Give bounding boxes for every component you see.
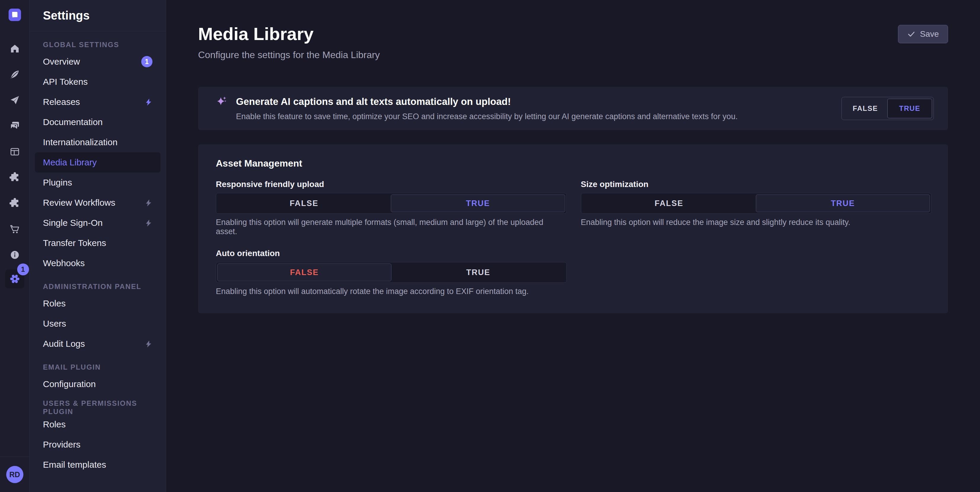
sidebar-item-label: Users — [43, 319, 66, 329]
media-library-images-icon[interactable] — [0, 113, 29, 139]
extensions-puzzle-icon[interactable] — [0, 190, 29, 216]
ai-captions-toggle-true[interactable]: TRUE — [887, 99, 932, 118]
sidebar-item-overview[interactable]: Overview 1 — [35, 51, 161, 72]
sidebar-item-media-library[interactable]: Media Library — [35, 152, 161, 173]
sidebar-item-api-tokens[interactable]: API Tokens — [35, 72, 161, 92]
field-hint: Enabling this option will generate multi… — [216, 218, 567, 236]
sidebar-item-single-sign-on[interactable]: Single Sign-On — [35, 213, 161, 233]
lightning-icon — [145, 199, 153, 207]
section-heading: ADMINISTRATION PANEL — [30, 280, 166, 294]
sidebar-item-label: Media Library — [43, 157, 97, 168]
sidebar-item-label: Plugins — [43, 177, 72, 188]
banner-description: Enable this feature to save time, optimi… — [236, 112, 738, 121]
field-label: Responsive friendly upload — [216, 180, 567, 189]
responsive-upload-toggle: FALSE TRUE — [216, 193, 567, 214]
sidebar-item-label: Providers — [43, 439, 81, 450]
section-heading: GLOBAL SETTINGS — [30, 38, 166, 51]
banner-title: Generate AI captions and alt texts autom… — [236, 96, 738, 107]
sidebar-item-providers[interactable]: Providers — [35, 434, 161, 455]
save-button[interactable]: Save — [898, 25, 948, 43]
sidebar-item-label: Configuration — [43, 379, 95, 389]
lightning-icon — [145, 219, 153, 227]
responsive-upload-toggle-true[interactable]: TRUE — [391, 195, 565, 212]
sidebar-item-label: Releases — [43, 97, 80, 107]
gear-icon — [10, 273, 20, 284]
size-optimization-toggle: FALSE TRUE — [581, 193, 932, 214]
sidebar-item-webhooks[interactable]: Webhooks — [35, 253, 161, 273]
sidebar-item-email-templates[interactable]: Email templates — [35, 455, 161, 475]
nav-rail: 1 RD — [0, 0, 30, 492]
sidebar-item-admin-users[interactable]: Users — [35, 313, 161, 334]
lightning-icon — [145, 98, 153, 106]
app-window: 1 RD Settings GLOBAL SETTINGS Overview 1… — [0, 0, 980, 492]
section-heading: EMAIL PLUGIN — [30, 360, 166, 374]
auto-orientation-toggle-false[interactable]: FALSE — [217, 264, 391, 281]
sidebar-item-review-workflows[interactable]: Review Workflows — [35, 193, 161, 213]
section-heading: USERS & PERMISSIONS PLUGIN — [30, 401, 166, 414]
sidebar-item-label: Documentation — [43, 117, 103, 127]
save-button-label: Save — [920, 29, 939, 39]
page-header-text: Media Library Configure the settings for… — [198, 24, 380, 61]
notification-badge: 1 — [141, 56, 153, 67]
sidebar-title: Settings — [30, 0, 166, 32]
home-icon[interactable] — [0, 35, 29, 61]
ai-captions-toggle: FALSE TRUE — [842, 97, 934, 120]
sidebar-item-internationalization[interactable]: Internationalization — [35, 132, 161, 152]
section-global-settings: GLOBAL SETTINGS Overview 1 API Tokens Re… — [30, 38, 166, 273]
sidebar-item-label: Roles — [43, 419, 66, 430]
sidebar-item-plugins[interactable]: Plugins — [35, 173, 161, 193]
banner-text: Generate AI captions and alt texts autom… — [236, 96, 738, 121]
sidebar-item-label: API Tokens — [43, 77, 88, 87]
sidebar-item-label: Email templates — [43, 460, 106, 470]
sidebar-item-label: Audit Logs — [43, 339, 85, 349]
content-manager-feather-icon[interactable] — [0, 61, 29, 87]
sidebar-item-label: Overview — [43, 57, 80, 67]
field-size-optimization: Size optimization FALSE TRUE Enabling th… — [581, 180, 932, 236]
size-optimization-toggle-false[interactable]: FALSE — [582, 195, 756, 212]
marketplace-cart-icon[interactable] — [0, 216, 29, 242]
auto-orientation-toggle-true[interactable]: TRUE — [391, 264, 565, 281]
field-hint: Enabling this option will reduce the ima… — [581, 218, 932, 227]
sidebar-item-label: Roles — [43, 299, 66, 308]
page-header: Media Library Configure the settings for… — [198, 24, 948, 61]
releases-send-icon[interactable] — [0, 87, 29, 113]
settings-sidebar: Settings GLOBAL SETTINGS Overview 1 API … — [30, 0, 166, 492]
auto-orientation-toggle: FALSE TRUE — [216, 262, 567, 283]
sidebar-item-label: Review Workflows — [43, 198, 116, 208]
sidebar-item-label: Transfer Tokens — [43, 238, 106, 248]
strapi-logo-icon[interactable] — [9, 9, 21, 21]
page-subtitle: Configure the settings for the Media Lib… — [198, 50, 380, 61]
sidebar-item-transfer-tokens[interactable]: Transfer Tokens — [35, 233, 161, 253]
sidebar-item-label: Internationalization — [43, 137, 118, 147]
sidebar-item-releases[interactable]: Releases — [35, 92, 161, 112]
sidebar-item-label: Single Sign-On — [43, 218, 103, 228]
field-responsive-friendly-upload: Responsive friendly upload FALSE TRUE En… — [216, 180, 567, 236]
section-users-permissions-plugin: USERS & PERMISSIONS PLUGIN Roles Provide… — [30, 401, 166, 475]
sidebar-item-documentation[interactable]: Documentation — [35, 112, 161, 132]
asset-management-card: Asset Management Responsive friendly upl… — [198, 144, 948, 313]
rail-icon-list — [0, 35, 29, 268]
field-label: Size optimization — [581, 180, 932, 189]
sidebar-nav: GLOBAL SETTINGS Overview 1 API Tokens Re… — [30, 32, 166, 475]
field-auto-orientation: Auto orientation FALSE TRUE Enabling thi… — [216, 249, 567, 296]
main-content: Media Library Configure the settings for… — [166, 0, 980, 492]
banner-content: Generate AI captions and alt texts autom… — [216, 96, 738, 121]
content-type-builder-layout-icon[interactable] — [0, 139, 29, 165]
sidebar-item-email-configuration[interactable]: Configuration — [35, 374, 161, 394]
size-optimization-toggle-true[interactable]: TRUE — [756, 195, 930, 212]
sparkles-icon — [216, 96, 228, 109]
sidebar-item-admin-roles[interactable]: Roles — [35, 294, 161, 313]
settings-notification-badge: 1 — [17, 264, 29, 275]
ai-captions-toggle-false[interactable]: FALSE — [843, 99, 887, 118]
plugins-puzzle-icon[interactable] — [0, 165, 29, 190]
lightning-icon — [145, 340, 153, 348]
user-avatar[interactable]: RD — [6, 466, 23, 483]
sidebar-item-up-roles[interactable]: Roles — [35, 414, 161, 434]
check-icon — [907, 30, 915, 38]
section-email-plugin: EMAIL PLUGIN Configuration — [30, 360, 166, 394]
settings-gear-button[interactable]: 1 — [5, 269, 24, 288]
sidebar-item-audit-logs[interactable]: Audit Logs — [35, 334, 161, 354]
responsive-upload-toggle-false[interactable]: FALSE — [217, 195, 391, 212]
sidebar-item-label: Webhooks — [43, 258, 85, 268]
ai-captions-banner: Generate AI captions and alt texts autom… — [198, 87, 948, 130]
